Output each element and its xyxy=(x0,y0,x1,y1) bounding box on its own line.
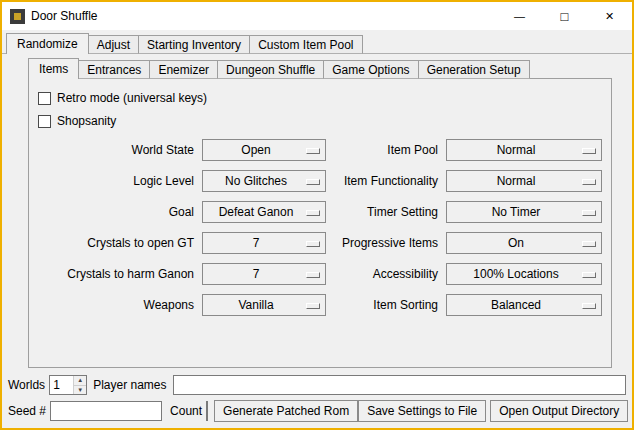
dropdown-progressive-items[interactable]: On xyxy=(446,232,602,254)
label-accessibility: Accessibility xyxy=(334,263,438,285)
dropdown-item-sorting[interactable]: Balanced xyxy=(446,294,602,316)
dropdown-indicator-icon xyxy=(306,241,320,247)
dropdown-accessibility[interactable]: 100% Locations xyxy=(446,263,602,285)
worlds-spin-down-icon[interactable]: ▼ xyxy=(74,385,86,395)
label-logic-level: Logic Level xyxy=(38,170,194,192)
label-crystals-open-gt: Crystals to open GT xyxy=(38,232,194,254)
dropdown-indicator-icon xyxy=(306,210,320,216)
dropdown-crystals-open-gt-value: 7 xyxy=(253,236,260,250)
worlds-row: Worlds ▲ ▼ Player names xyxy=(8,374,626,396)
dropdown-weapons-value: Vanilla xyxy=(238,298,273,312)
tab-items[interactable]: Items xyxy=(28,58,79,79)
label-weapons: Weapons xyxy=(38,294,194,316)
count-input[interactable] xyxy=(207,402,208,420)
retro-mode-checkbox[interactable] xyxy=(38,92,51,105)
dropdown-indicator-icon xyxy=(582,272,596,278)
dropdown-indicator-icon xyxy=(306,148,320,154)
seed-row: Seed # Count ▲ ▼ Generate Patched Rom Sa… xyxy=(8,400,626,422)
worlds-label: Worlds xyxy=(8,378,45,392)
worlds-spinbox: ▲ ▼ xyxy=(49,375,87,395)
dropdown-goal-value: Defeat Ganon xyxy=(219,205,294,219)
open-output-directory-button[interactable]: Open Output Directory xyxy=(490,400,628,422)
window-title: Door Shuffle xyxy=(31,9,98,23)
seed-label: Seed # xyxy=(8,404,46,418)
shopsanity-row: Shopsanity xyxy=(38,111,611,131)
tab-entrances[interactable]: Entrances xyxy=(78,60,150,79)
label-timer-setting: Timer Setting xyxy=(334,201,438,223)
label-item-sorting: Item Sorting xyxy=(334,294,438,316)
dropdown-indicator-icon xyxy=(582,210,596,216)
tab-game-options[interactable]: Game Options xyxy=(323,60,418,79)
dropdown-world-state[interactable]: Open xyxy=(202,139,326,161)
titlebar: Door Shuffle — □ ✕ xyxy=(2,2,632,30)
dropdown-indicator-icon xyxy=(306,272,320,278)
inner-tab-bar: Items Entrances Enemizer Dungeon Shuffle… xyxy=(28,58,529,79)
window-controls: — □ ✕ xyxy=(497,2,632,30)
dropdown-weapons[interactable]: Vanilla xyxy=(202,294,326,316)
door-shuffle-window: Door Shuffle — □ ✕ Randomize Adjust Star… xyxy=(0,0,634,430)
dropdown-indicator-icon xyxy=(306,303,320,309)
shopsanity-checkbox[interactable] xyxy=(38,115,51,128)
outer-tab-bar: Randomize Adjust Starting Inventory Cust… xyxy=(6,33,362,54)
shopsanity-label: Shopsanity xyxy=(57,114,116,128)
player-names-input[interactable] xyxy=(173,375,627,395)
player-names-label: Player names xyxy=(93,378,166,392)
dropdown-item-pool-value: Normal xyxy=(497,143,536,157)
dropdown-indicator-icon xyxy=(582,303,596,309)
items-tab-pane: Retro mode (universal keys) Shopsanity W… xyxy=(28,78,612,368)
dropdown-world-state-value: Open xyxy=(241,143,270,157)
count-label: Count xyxy=(170,404,202,418)
dropdown-indicator-icon xyxy=(582,148,596,154)
dropdown-item-functionality-value: Normal xyxy=(497,174,536,188)
label-progressive-items: Progressive Items xyxy=(334,232,438,254)
tab-enemizer[interactable]: Enemizer xyxy=(149,60,218,79)
dropdown-crystals-harm-ganon-value: 7 xyxy=(253,267,260,281)
dropdown-logic-level-value: No Glitches xyxy=(225,174,287,188)
worlds-spin-up-icon[interactable]: ▲ xyxy=(74,376,86,385)
dropdown-timer-setting[interactable]: No Timer xyxy=(446,201,602,223)
dropdown-accessibility-value: 100% Locations xyxy=(473,267,558,281)
app-icon xyxy=(10,9,25,24)
tab-custom-item-pool[interactable]: Custom Item Pool xyxy=(249,35,362,54)
tab-starting-inventory[interactable]: Starting Inventory xyxy=(138,35,250,54)
dropdown-logic-level[interactable]: No Glitches xyxy=(202,170,326,192)
tab-randomize[interactable]: Randomize xyxy=(6,33,89,54)
retro-mode-row: Retro mode (universal keys) xyxy=(38,88,611,108)
generate-patched-rom-button[interactable]: Generate Patched Rom xyxy=(214,400,358,422)
dropdown-indicator-icon xyxy=(582,241,596,247)
maximize-button[interactable]: □ xyxy=(542,2,587,30)
count-spinbox: ▲ ▼ xyxy=(206,401,208,421)
worlds-input[interactable] xyxy=(50,376,73,394)
tab-generation-setup[interactable]: Generation Setup xyxy=(418,60,530,79)
label-goal: Goal xyxy=(38,201,194,223)
dropdown-goal[interactable]: Defeat Ganon xyxy=(202,201,326,223)
dropdown-crystals-harm-ganon[interactable]: 7 xyxy=(202,263,326,285)
dropdown-crystals-open-gt[interactable]: 7 xyxy=(202,232,326,254)
dropdown-item-functionality[interactable]: Normal xyxy=(446,170,602,192)
label-item-pool: Item Pool xyxy=(334,139,438,161)
label-world-state: World State xyxy=(38,139,194,161)
dropdown-indicator-icon xyxy=(582,179,596,185)
dropdown-timer-setting-value: No Timer xyxy=(492,205,541,219)
options-grid: World State Open Item Pool Normal Logic … xyxy=(38,139,611,316)
retro-mode-label: Retro mode (universal keys) xyxy=(57,91,207,105)
close-button[interactable]: ✕ xyxy=(587,2,632,30)
label-crystals-harm-ganon: Crystals to harm Ganon xyxy=(38,263,194,285)
label-item-functionality: Item Functionality xyxy=(334,170,438,192)
dropdown-indicator-icon xyxy=(306,179,320,185)
minimize-button[interactable]: — xyxy=(497,2,542,30)
dropdown-item-pool[interactable]: Normal xyxy=(446,139,602,161)
tab-dungeon-shuffle[interactable]: Dungeon Shuffle xyxy=(217,60,324,79)
seed-input[interactable] xyxy=(50,401,162,421)
save-settings-button[interactable]: Save Settings to File xyxy=(358,400,486,422)
tab-adjust[interactable]: Adjust xyxy=(88,35,139,54)
dropdown-item-sorting-value: Balanced xyxy=(491,298,541,312)
dropdown-progressive-items-value: On xyxy=(508,236,524,250)
